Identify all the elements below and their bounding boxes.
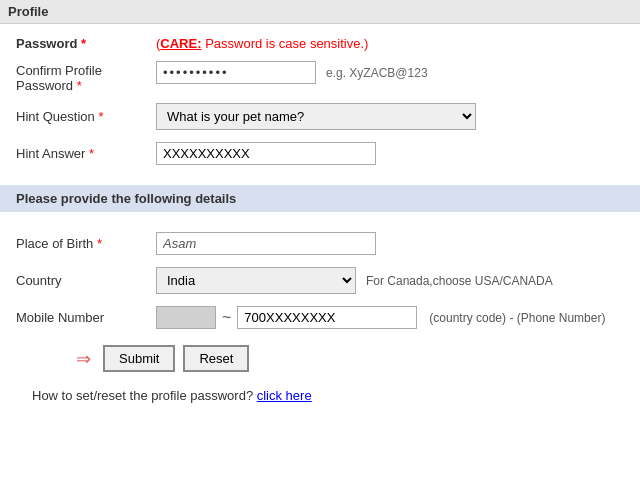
care-message: (CARE: Password is case sensitive.)	[156, 36, 368, 51]
details-section-heading: Please provide the following details	[0, 185, 640, 212]
hint-answer-label: Hint Answer *	[16, 146, 156, 161]
hint-question-label-text: Hint Question	[16, 109, 95, 124]
submit-button[interactable]: Submit	[103, 345, 175, 372]
tilde-separator: ~	[222, 309, 231, 327]
form-section: Password * (CARE: Password is case sensi…	[0, 24, 640, 179]
details-form-section: Place of Birth * Country India USA/CANAD…	[0, 218, 640, 417]
page-wrapper: Profile Password * (CARE: Password is ca…	[0, 0, 640, 417]
hint-answer-row: Hint Answer *	[16, 136, 624, 171]
country-label-text: Country	[16, 273, 62, 288]
profile-label: Profile	[8, 4, 48, 19]
care-bold: CARE:	[160, 36, 201, 51]
place-of-birth-required: *	[97, 236, 102, 251]
phone-number-input[interactable]	[237, 306, 417, 329]
confirm-label-text: Confirm Profile Password	[16, 63, 102, 93]
button-row: ⇒ Submit Reset	[16, 335, 624, 382]
mobile-input-group: ~ (country code) - (Phone Number)	[156, 306, 605, 329]
country-row: Country India USA/CANADA For Canada,choo…	[16, 261, 624, 300]
details-heading-text: Please provide the following details	[16, 191, 236, 206]
help-prefix: How to set/reset the profile password?	[32, 388, 253, 403]
arrow-icon: ⇒	[76, 348, 91, 370]
hint-answer-label-text: Hint Answer	[16, 146, 85, 161]
place-of-birth-label-text: Place of Birth	[16, 236, 93, 251]
password-label: Password *	[16, 36, 156, 51]
password-care-row: Password * (CARE: Password is case sensi…	[16, 32, 624, 57]
mobile-number-label-text: Mobile Number	[16, 310, 104, 325]
confirm-password-example: e.g. XyZACB@123	[326, 66, 428, 80]
country-note: For Canada,choose USA/CANADA	[366, 274, 553, 288]
confirm-password-row: Confirm Profile Password * •••••••••• e.…	[16, 57, 624, 97]
confirm-password-field-wrap: •••••••••• e.g. XyZACB@123	[156, 61, 428, 84]
hint-answer-required: *	[89, 146, 94, 161]
confirm-password-display: ••••••••••	[156, 61, 316, 84]
country-select[interactable]: India USA/CANADA	[156, 267, 356, 294]
mobile-number-row: Mobile Number ~ (country code) - (Phone …	[16, 300, 624, 335]
profile-bar: Profile	[0, 0, 640, 24]
hint-question-required: *	[98, 109, 103, 124]
country-code-input[interactable]	[156, 306, 216, 329]
care-notice: (CARE: Password is case sensitive.)	[156, 36, 368, 51]
hint-question-label: Hint Question *	[16, 109, 156, 124]
care-text-rest: Password is case sensitive.)	[202, 36, 369, 51]
confirm-password-label: Confirm Profile Password *	[16, 61, 156, 93]
confirm-required-star: *	[77, 78, 82, 93]
mobile-number-label: Mobile Number	[16, 310, 156, 325]
hint-question-select[interactable]: What is your pet name?	[156, 103, 476, 130]
hint-question-row: Hint Question * What is your pet name?	[16, 97, 624, 136]
help-link[interactable]: click here	[257, 388, 312, 403]
help-row: How to set/reset the profile password? c…	[16, 382, 624, 409]
country-label: Country	[16, 273, 156, 288]
place-of-birth-label: Place of Birth *	[16, 236, 156, 251]
password-required-star: *	[81, 36, 86, 51]
place-of-birth-row: Place of Birth *	[16, 226, 624, 261]
place-of-birth-input[interactable]	[156, 232, 376, 255]
reset-button[interactable]: Reset	[183, 345, 249, 372]
phone-note: (country code) - (Phone Number)	[429, 311, 605, 325]
hint-answer-input[interactable]	[156, 142, 376, 165]
password-label-text: Password	[16, 36, 77, 51]
